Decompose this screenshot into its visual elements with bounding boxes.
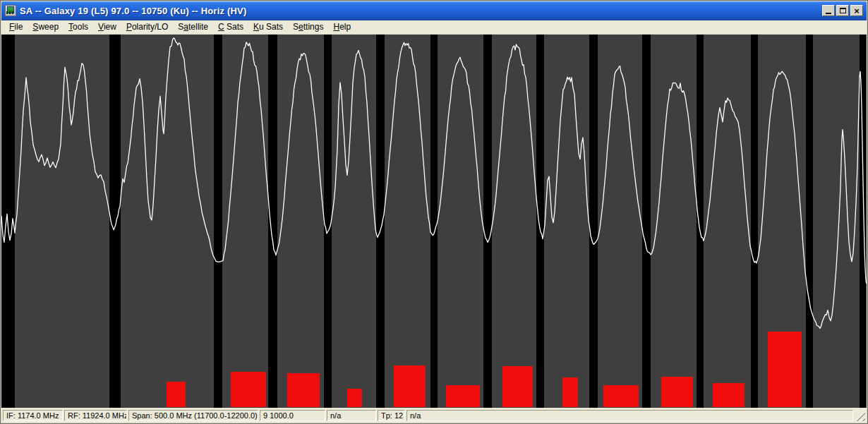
menu-item-view[interactable]: View [93,20,121,34]
transponder-divider [268,35,277,408]
status-if-frequency: IF: 1174.0 MHz [3,410,63,421]
signal-bar [562,377,578,407]
transponder-divider [536,35,544,408]
menu-item-sweep[interactable]: Sweep [28,20,64,34]
resize-grip-icon[interactable] [856,412,865,421]
signal-bar [167,382,186,407]
spectrum-canvas[interactable] [1,35,867,408]
minimize-icon [826,13,831,14]
status-bar: IF: 1174.0 MHzRF: 11924.0 MHzSpan: 500.0… [1,408,867,423]
transponder-divider [376,35,385,408]
title-bar[interactable]: SA -- Galaxy 19 (L5) 97.0 -- 10750 (Ku) … [1,1,867,20]
menu-item-ku-sats[interactable]: Ku Sats [248,20,288,34]
maximize-icon [840,8,846,13]
close-icon: × [854,6,860,16]
signal-bar [661,377,693,407]
status-field-na-2: n/a [406,410,853,421]
signal-bar [713,383,745,407]
app-icon[interactable] [5,5,16,16]
transponder-divider [642,35,651,408]
close-button[interactable]: × [850,5,863,16]
transponder-divider [214,35,222,408]
menu-bar: FileSweepToolsViewPolarity/LOSatelliteC … [1,20,867,35]
spectrum-display[interactable] [1,35,867,408]
transponder-divider [860,35,866,408]
menu-item-c-sats[interactable]: C Sats [213,20,248,34]
maximize-button[interactable] [836,5,849,16]
signal-bar [287,373,320,407]
minimize-button[interactable] [822,5,835,16]
status-span: Span: 500.0 MHz (11700.0-12200.0) [128,410,258,421]
transponder-divider [589,35,598,408]
status-marker: 9 1000.0 [260,410,325,421]
status-rf-frequency: RF: 11924.0 MHz [64,410,127,421]
app-icon-graph [6,11,15,14]
transponder-divider [324,35,332,408]
status-field-na-1: n/a [327,410,376,421]
menu-item-satellite[interactable]: Satellite [173,20,213,34]
window-title: SA -- Galaxy 19 (L5) 97.0 -- 10750 (Ku) … [20,6,819,16]
transponder-divider [751,35,758,408]
transponder-divider [697,35,704,408]
menu-item-polarity-lo[interactable]: Polarity/LO [121,20,173,34]
transponder-divider [430,35,438,408]
signal-bar [502,366,533,407]
window-controls: × [822,5,863,16]
signal-bar [603,385,639,407]
signal-bar [446,385,480,407]
transponder-divider [806,35,813,408]
transponder-divider [483,35,492,408]
menu-item-help[interactable]: Help [328,20,356,34]
status-transponder: Tp: 12 [378,410,405,421]
signal-bar [394,365,426,407]
signal-bar [768,332,802,407]
app-window: SA -- Galaxy 19 (L5) 97.0 -- 10750 (Ku) … [0,0,868,424]
signal-bar [231,372,266,407]
menu-item-file[interactable]: File [4,20,28,34]
menu-item-settings[interactable]: Settings [288,20,328,34]
signal-bar [347,389,362,407]
menu-item-tools[interactable]: Tools [64,20,93,34]
